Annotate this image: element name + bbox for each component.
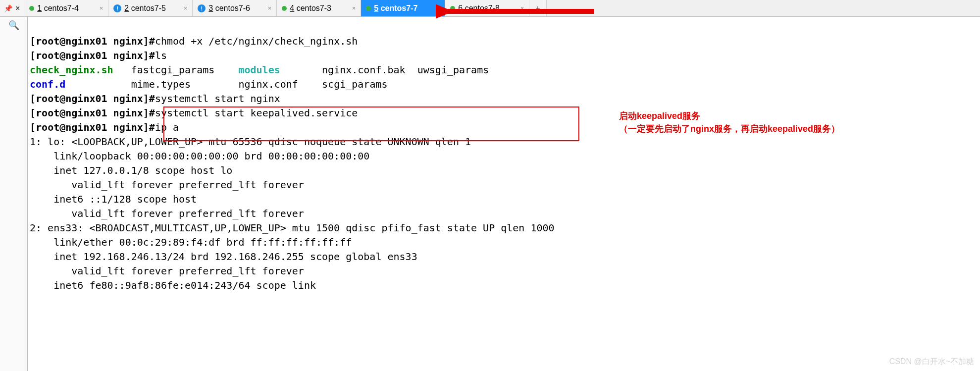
ls-item: modules [238, 64, 280, 76]
prompt: [root@nginx01 nginx]# [30, 121, 155, 133]
tab-number: 6 [458, 4, 463, 12]
cmd-ls: ls [155, 50, 167, 61]
pin-close-icon[interactable]: × [15, 4, 20, 13]
tab-label: centos7-7 [381, 4, 418, 12]
ls-item: nginx.conf.bak [322, 64, 406, 76]
search-icon[interactable]: 🔍 [8, 20, 19, 30]
prompt: [root@nginx01 nginx]# [30, 107, 155, 119]
status-dot-icon [29, 6, 34, 11]
tab-centos7-3[interactable]: 4 centos7-3 × [277, 0, 361, 16]
tab-label: centos7-6 [215, 4, 250, 12]
close-icon[interactable]: × [180, 4, 188, 12]
ipa-line: valid_lft forever preferred_lft forever [30, 265, 304, 277]
tabs-container: 1 centos7-4 × ! 2 centos7-5 × ! 3 centos… [24, 0, 980, 16]
ipa-line: valid_lft forever preferred_lft forever [30, 179, 304, 191]
ls-item: check_nginx.sh [30, 64, 113, 76]
tab-number: 1 [37, 4, 42, 12]
info-icon: ! [198, 4, 206, 12]
pin-icon: 📌 [4, 4, 12, 12]
annotation-box [163, 106, 579, 141]
ipa-line: inet6 ::1/128 scope host [30, 193, 197, 205]
tab-number: 5 [374, 4, 378, 12]
close-icon[interactable]: × [516, 4, 524, 12]
close-icon[interactable]: × [96, 4, 103, 12]
ipa-line: link/loopback 00:00:00:00:00:00 brd 00:0… [30, 150, 369, 162]
ls-item: scgi_params [322, 78, 387, 90]
ipa-line: link/ether 00:0c:29:89:f4:df brd ff:ff:f… [30, 236, 352, 248]
tab-label: centos7-8 [465, 4, 500, 12]
left-gutter: 🔍 [0, 17, 28, 371]
cmd-start-nginx: systemctl start nginx [155, 93, 280, 105]
tab-label: centos7-4 [44, 4, 79, 12]
tab-label: centos7-5 [131, 4, 166, 12]
tab-bar: 📌 × 1 centos7-4 × ! 2 centos7-5 × ! 3 ce… [0, 0, 980, 17]
ipa-line: inet 192.168.246.13/24 brd 192.168.246.2… [30, 251, 417, 263]
tab-label: centos7-3 [297, 4, 331, 12]
annotation-text-2: （一定要先启动了nginx服务，再启动keepalived服务） [619, 123, 840, 135]
prompt: [root@nginx01 nginx]# [30, 50, 155, 61]
prompt: [root@nginx01 nginx]# [30, 35, 155, 47]
status-dot-icon [450, 6, 455, 11]
tab-number: 2 [124, 4, 129, 12]
tab-centos7-6[interactable]: ! 3 centos7-6 × [193, 0, 277, 16]
ls-item: nginx.conf [238, 78, 298, 90]
ipa-line: 2: ens33: <BROADCAST,MULTICAST,UP,LOWER_… [30, 222, 555, 234]
close-icon[interactable]: × [348, 4, 356, 12]
close-icon[interactable]: × [432, 4, 440, 12]
add-tab-button[interactable]: + [529, 0, 546, 16]
prompt: [root@nginx01 nginx]# [30, 93, 155, 105]
tab-number: 3 [208, 4, 213, 12]
cmd-chmod: chmod +x /etc/nginx/check_nginx.sh [155, 35, 358, 47]
terminal-output[interactable]: [root@nginx01 nginx]#chmod +x /etc/nginx… [28, 17, 980, 371]
ipa-line: valid_lft forever preferred_lft forever [30, 208, 304, 219]
tab-centos7-8[interactable]: 6 centos7-8 × [445, 0, 529, 16]
ls-item: fastcgi_params [131, 64, 215, 76]
ipa-line: inet 127.0.0.1/8 scope host lo [30, 164, 232, 176]
close-icon[interactable]: × [264, 4, 272, 12]
ipa-line: inet6 fe80::9af8:86fe:e014:243/64 scope … [30, 279, 316, 291]
tab-number: 4 [290, 4, 294, 12]
pin-area[interactable]: 📌 × [0, 0, 24, 16]
tab-centos7-7[interactable]: 5 centos7-7 × [361, 0, 445, 16]
ls-item: uwsgi_params [417, 64, 489, 76]
status-dot-icon [282, 6, 287, 11]
ls-item: conf.d [30, 78, 65, 90]
ls-item: mime.types [131, 78, 191, 90]
tab-centos7-5[interactable]: ! 2 centos7-5 × [108, 0, 193, 16]
status-dot-icon [366, 6, 371, 11]
annotation-text-1: 启动keepalived服务 [619, 110, 700, 122]
info-icon: ! [113, 4, 121, 12]
tab-centos7-4[interactable]: 1 centos7-4 × [24, 0, 108, 16]
